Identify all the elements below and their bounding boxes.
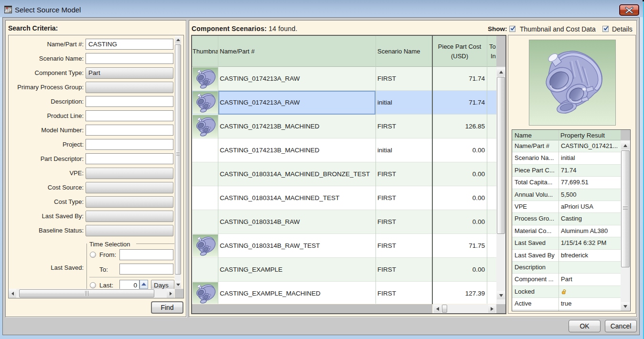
svg-text:P: P — [8, 8, 11, 13]
